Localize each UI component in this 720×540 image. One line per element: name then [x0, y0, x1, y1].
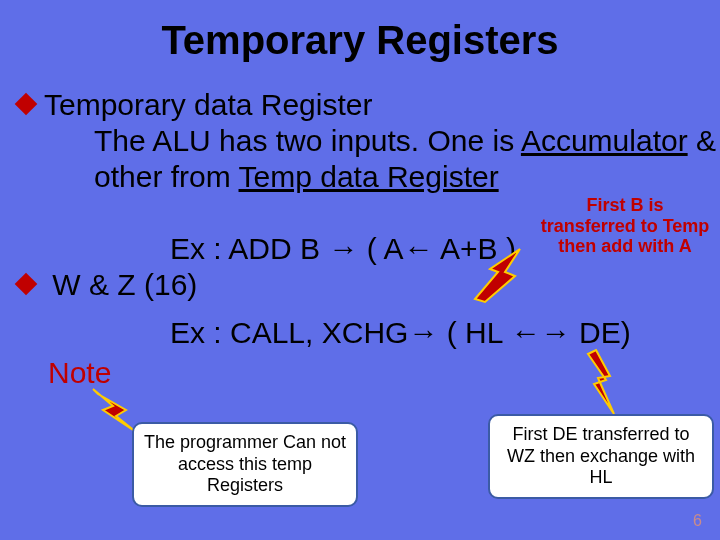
- note-box-programmer: The programmer Can not access this temp …: [132, 422, 358, 507]
- bullet-1-line-1: The ALU has two inputs. One is Accumulat…: [94, 124, 716, 158]
- text-fragment: The ALU has two inputs. One is: [94, 124, 521, 157]
- bullet-1-line-2: other from Temp data Register: [94, 160, 499, 194]
- text-underline: Accumulator: [521, 124, 688, 157]
- text-fragment: other from: [94, 160, 239, 193]
- bullet-2-text: W & Z (16): [52, 268, 197, 301]
- text-fragment: &: [688, 124, 716, 157]
- lightning-icon: [576, 348, 626, 418]
- callout-temp-b: First B is transferred to Temp then add …: [540, 195, 710, 257]
- text-underline: Temp data Register: [239, 160, 499, 193]
- page-number: 6: [693, 512, 702, 530]
- bullet-1-text: Temporary data Register: [44, 88, 372, 121]
- diamond-icon: [15, 93, 38, 116]
- bullet-1-example: Ex : ADD B → ( A← A+B ): [170, 232, 516, 266]
- lightning-icon: [470, 244, 540, 304]
- bullet-2-example: Ex : CALL, XCHG→ ( HL ←→ DE): [170, 316, 631, 350]
- slide-title: Temporary Registers: [0, 18, 720, 63]
- slide: Temporary Registers Temporary data Regis…: [0, 0, 720, 540]
- note-box-de-wz: First DE transferred to WZ then exchange…: [488, 414, 714, 499]
- bullet-1: Temporary data Register: [18, 88, 372, 121]
- diamond-icon: [15, 273, 38, 296]
- bullet-2: W & Z (16): [18, 268, 197, 301]
